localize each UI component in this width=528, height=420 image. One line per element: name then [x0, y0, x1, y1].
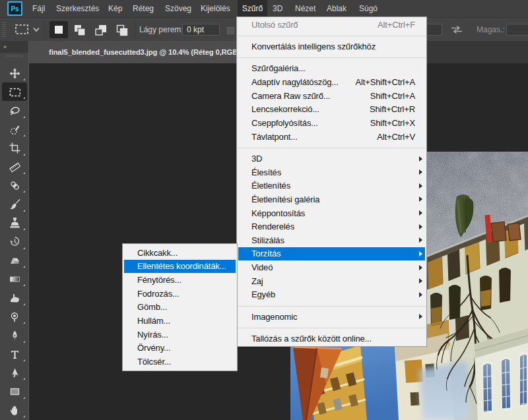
filter-menu-item-convert-smart-filters[interactable]: Konvertálás intelligens szűrőkhöz — [237, 40, 426, 53]
menu-separator — [237, 301, 426, 310]
menu-item-label: Nyírás... — [137, 330, 226, 340]
tool-flyout-indicator — [23, 341, 25, 343]
filter-menu-item-blur-gallery[interactable]: Életlenítési galéria — [237, 193, 426, 206]
tools-panel-grip — [6, 55, 23, 57]
filter-menu-item-sharpen[interactable]: Élesítés — [237, 165, 426, 179]
tool-hand[interactable] — [2, 401, 27, 419]
tool-ruler[interactable] — [2, 158, 27, 176]
submenu-arrow-icon — [419, 210, 422, 216]
tools-panel-header[interactable]: » — [0, 41, 28, 53]
filter-menu-item-liquify[interactable]: Cseppfolyósítás...Shift+Ctrl+X — [237, 116, 426, 130]
antialias-checkbox[interactable] — [227, 27, 234, 34]
swap-dimensions-icon[interactable] — [451, 24, 463, 35]
height-input[interactable] — [506, 24, 528, 36]
photoshop-logo-icon[interactable]: Ps — [7, 1, 22, 16]
tool-rectangle[interactable] — [2, 382, 27, 401]
distort-item-polar-coordinates[interactable]: Ellentétes koordináták... — [123, 260, 237, 274]
tool-eraser[interactable] — [2, 251, 27, 270]
menu-item-label: Konvertálás intelligens szűrőkhöz — [251, 42, 415, 51]
menu-item-label: Renderelés — [251, 222, 415, 231]
tool-pen[interactable] — [2, 326, 27, 345]
tool-crop[interactable] — [2, 139, 27, 158]
filter-menu-item-browse-filters-online[interactable]: Tallózás a szűrők között online... — [237, 332, 426, 345]
menu-help[interactable]: Súgó — [359, 0, 378, 17]
filter-menu-item-filter-gallery[interactable]: Szűrőgaléria... — [237, 62, 426, 76]
filter-menu-item-blur[interactable]: Életlenítés — [237, 179, 426, 193]
distort-item-shear[interactable]: Nyírás... — [123, 328, 237, 342]
filter-menu-item-stylize[interactable]: Stilizálás — [237, 233, 426, 247]
submenu-arrow-icon — [419, 314, 422, 319]
tool-path-selection[interactable] — [2, 363, 27, 382]
menu-item-label: Tölcsér... — [137, 357, 226, 367]
tool-healing-brush[interactable] — [2, 176, 27, 195]
tool-flyout-indicator — [23, 191, 25, 193]
filter-menu-item-render[interactable]: Renderelés — [237, 220, 426, 233]
filter-menu-item-other[interactable]: Egyéb — [237, 288, 426, 302]
tool-move[interactable] — [2, 64, 27, 82]
add-to-selection-button[interactable] — [71, 21, 89, 38]
filter-menu-item-adaptive-wide-angle[interactable]: Adaptív nagylátószög...Alt+Shift+Ctrl+A — [237, 75, 426, 89]
tool-history-brush[interactable] — [2, 233, 27, 251]
gradient-icon — [9, 274, 20, 285]
submenu-arrow-icon — [419, 237, 422, 243]
menu-item-label: Ellentétes koordináták... — [137, 261, 226, 271]
tool-type[interactable] — [2, 345, 27, 363]
menu-select[interactable]: Kijelölés — [201, 0, 230, 17]
distort-item-ripple[interactable]: Fodrozás... — [123, 287, 237, 301]
subtract-from-selection-button[interactable] — [92, 21, 110, 38]
brush-icon — [9, 198, 20, 210]
filter-menu-item-last-filter[interactable]: Utolsó szűrőAlt+Ctrl+F — [237, 18, 426, 32]
tool-smudge[interactable] — [2, 289, 27, 307]
hand-icon — [9, 405, 20, 416]
distort-item-zigzag[interactable]: Cikkcakk... — [123, 246, 237, 260]
intersect-selection-icon — [113, 21, 131, 38]
filter-menu-item-camera-raw-filter[interactable]: Camera Raw szűrő...Shift+Ctrl+A — [237, 89, 426, 103]
rectangular-marquee-icon — [15, 24, 29, 35]
feather-input[interactable]: 0 kpt — [182, 24, 220, 36]
distort-item-refraction[interactable]: Fénytörés... — [123, 273, 237, 287]
options-bar-grip[interactable] — [2, 22, 6, 37]
menu-item-label: Stilizálás — [251, 235, 415, 245]
chevron-down-icon[interactable] — [32, 27, 40, 32]
tool-brush[interactable] — [2, 195, 27, 214]
filter-menu-item-vanishing-point[interactable]: Távlatpont...Alt+Ctrl+V — [237, 130, 426, 144]
filter-menu-item-3d[interactable]: 3D — [237, 152, 426, 165]
distort-item-pinch[interactable]: Tölcsér... — [123, 355, 237, 369]
menu-filter[interactable]: Szűrő — [238, 0, 267, 17]
menu-file[interactable]: Fájl — [32, 0, 45, 17]
tool-clone-stamp[interactable] — [2, 214, 27, 232]
tool-rectangular-marquee[interactable] — [2, 82, 27, 101]
menu-edit[interactable]: Szerkesztés — [56, 0, 99, 17]
distort-item-spherize[interactable]: Gömb... — [123, 301, 237, 315]
filter-menu-item-video[interactable]: Videó — [237, 260, 426, 274]
tool-gradient[interactable] — [2, 270, 27, 288]
filter-menu: Utolsó szűrőAlt+Ctrl+F Konvertálás intel… — [236, 16, 427, 347]
new-selection-button[interactable] — [50, 21, 68, 38]
menu-3d[interactable]: 3D — [273, 0, 282, 17]
menu-window[interactable]: Ablak — [327, 0, 346, 17]
distort-item-twirl[interactable]: Örvény... — [123, 341, 237, 355]
distort-item-wave[interactable]: Hullám... — [123, 314, 237, 328]
filter-menu-item-imagenomic[interactable]: Imagenomic — [237, 310, 426, 324]
menu-layer[interactable]: Réteg — [133, 0, 154, 17]
tool-flyout-indicator — [23, 172, 25, 174]
filter-menu-item-pixelate[interactable]: Képpontosítás — [237, 206, 426, 220]
tool-lasso[interactable] — [2, 102, 27, 120]
filter-menu-item-lens-correction[interactable]: Lencsekorrekció...Shift+Ctrl+R — [237, 103, 426, 117]
tool-preset-button[interactable] — [15, 24, 29, 35]
menu-item-shortcut: Alt+Ctrl+V — [377, 132, 415, 142]
feather-label: Lágy perem: — [139, 18, 183, 42]
filter-menu-item-distort[interactable]: Torzítás — [237, 247, 426, 261]
healing-brush-icon — [9, 180, 20, 191]
menu-view[interactable]: Nézet — [295, 0, 315, 17]
tool-flyout-indicator — [23, 228, 25, 230]
menu-image[interactable]: Kép — [108, 0, 122, 17]
tool-quick-selection[interactable] — [2, 120, 27, 138]
intersect-selection-button[interactable] — [113, 21, 131, 38]
filter-menu-item-noise[interactable]: Zaj — [237, 274, 426, 288]
menu-item-label: Cikkcakk... — [137, 248, 226, 258]
tool-dodge[interactable] — [2, 307, 27, 326]
menu-type[interactable]: Szöveg — [165, 0, 191, 17]
document-tab[interactable]: final5_blended_fusecutted3.jpg @ 10.4% (… — [29, 41, 247, 63]
submenu-arrow-icon — [419, 169, 422, 175]
